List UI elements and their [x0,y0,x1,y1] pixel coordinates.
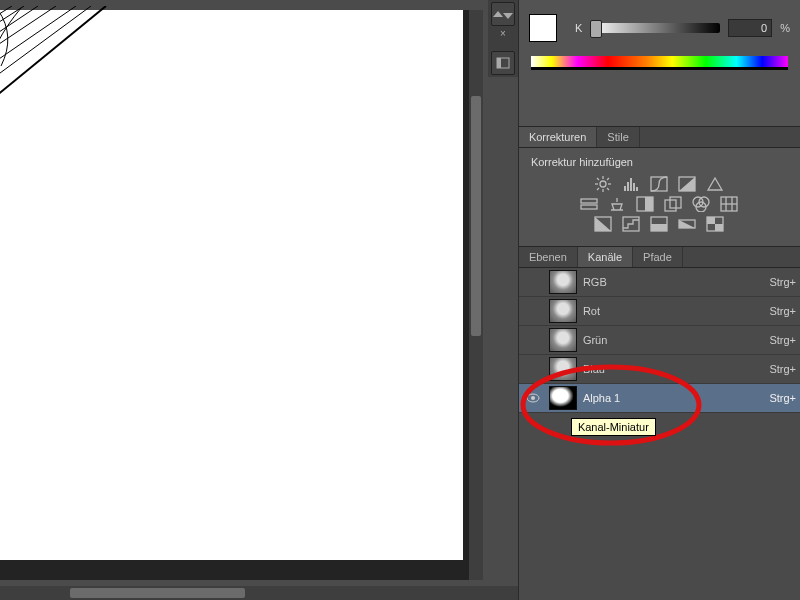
svg-rect-12 [627,182,629,191]
visibility-toggle[interactable] [523,390,543,406]
adjustments-panel: Korrekturen Stile Korrektur hinzufügen [519,127,800,247]
svg-marker-19 [708,178,722,190]
hue-sat-icon[interactable] [580,196,598,212]
svg-rect-1 [497,58,501,68]
svg-rect-42 [715,224,723,231]
threshold-icon[interactable] [650,216,668,232]
svg-rect-14 [633,183,635,191]
channels-panel: Ebenen Kanäle Pfade RGBStrg+RotStrg+Grün… [519,247,800,600]
visibility-toggle[interactable] [523,361,543,377]
foreground-swatch[interactable] [529,14,557,42]
selective-color-icon[interactable] [706,216,724,232]
k-label: K [575,22,582,34]
curves-icon[interactable] [650,176,668,192]
channel-row[interactable]: Alpha 1Strg+ [519,384,800,413]
horizontal-scrollbar[interactable] [0,586,518,600]
channel-row[interactable]: BlauStrg+ [519,355,800,384]
tooltip: Kanal-Miniatur [571,418,656,436]
channel-thumbnail[interactable] [549,328,577,352]
channel-list: RGBStrg+RotStrg+GrünStrg+BlauStrg+Alpha … [519,268,800,600]
channel-shortcut: Strg+ [769,363,796,375]
vertical-scrollbar[interactable] [469,10,483,580]
svg-line-10 [607,178,609,180]
svg-line-7 [597,178,599,180]
svg-rect-13 [630,178,632,191]
svg-point-2 [600,181,606,187]
channel-mixer-icon[interactable] [692,196,710,212]
svg-rect-20 [581,199,597,203]
channel-row[interactable]: RotStrg+ [519,297,800,326]
panel-icon[interactable] [491,51,515,75]
channel-name: RGB [583,276,770,288]
color-balance-icon[interactable] [608,196,626,212]
visibility-toggle[interactable] [523,332,543,348]
channel-name: Rot [583,305,770,317]
channel-shortcut: Strg+ [769,305,796,317]
brightness-icon[interactable] [594,176,612,192]
channel-thumbnail[interactable] [549,270,577,294]
canvas-area: × [0,0,518,600]
canvas-content [0,6,116,126]
hue-ramp[interactable] [531,56,788,70]
channel-shortcut: Strg+ [769,334,796,346]
collapse-button[interactable] [491,2,515,26]
color-panel: K 0 % [519,0,800,127]
svg-marker-18 [679,177,695,191]
invert-icon[interactable] [594,216,612,232]
adjustments-title: Korrektur hinzufügen [531,156,792,168]
channel-thumbnail[interactable] [549,299,577,323]
svg-rect-15 [636,187,638,191]
svg-marker-34 [595,217,611,231]
k-value-input[interactable]: 0 [728,19,772,37]
canvas[interactable] [0,10,463,560]
lookup-icon[interactable] [720,196,738,212]
visibility-toggle[interactable] [523,274,543,290]
svg-rect-23 [645,197,653,211]
svg-point-44 [531,396,535,400]
right-panels: K 0 % Korrekturen Stile Korrektur hinzuf… [518,0,800,600]
bw-icon[interactable] [636,196,654,212]
svg-line-9 [597,188,599,190]
k-slider[interactable] [590,23,720,33]
channel-row[interactable]: GrünStrg+ [519,326,800,355]
posterize-icon[interactable] [622,216,640,232]
vibrance-icon[interactable] [706,176,724,192]
channel-shortcut: Strg+ [769,276,796,288]
photo-filter-icon[interactable] [664,196,682,212]
channel-thumbnail[interactable] [549,386,577,410]
percent-label: % [780,22,790,34]
tab-korrekturen[interactable]: Korrekturen [519,127,597,147]
svg-marker-39 [679,220,695,228]
exposure-icon[interactable] [678,176,696,192]
svg-rect-11 [624,186,626,191]
svg-rect-21 [581,205,597,209]
close-icon[interactable]: × [488,28,518,39]
tab-kanaele[interactable]: Kanäle [578,247,633,267]
channel-thumbnail[interactable] [549,357,577,381]
svg-line-8 [607,188,609,190]
channel-shortcut: Strg+ [769,392,796,404]
channel-row[interactable]: RGBStrg+ [519,268,800,297]
svg-rect-37 [651,224,667,231]
tab-stile[interactable]: Stile [597,127,639,147]
gradient-map-icon[interactable] [678,216,696,232]
visibility-toggle[interactable] [523,303,543,319]
panel-dock: × [488,0,518,77]
channel-name: Blau [583,363,770,375]
svg-rect-41 [707,217,715,224]
channel-name: Alpha 1 [583,392,770,404]
tab-pfade[interactable]: Pfade [633,247,683,267]
levels-icon[interactable] [622,176,640,192]
channel-name: Grün [583,334,770,346]
tab-ebenen[interactable]: Ebenen [519,247,578,267]
